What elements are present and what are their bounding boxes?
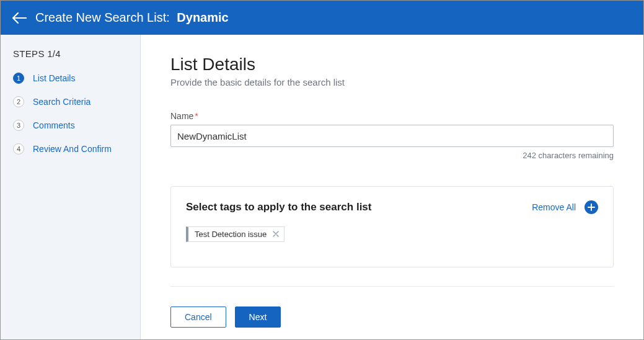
back-arrow-icon[interactable]: [12, 12, 27, 24]
step-label: Search Criteria: [33, 97, 90, 107]
footer-divider: [170, 286, 614, 287]
close-icon: [273, 231, 279, 237]
footer-actions: Cancel Next: [170, 306, 614, 328]
name-field-label: Name*: [170, 111, 614, 121]
next-button[interactable]: Next: [235, 306, 281, 328]
tags-section: Select tags to apply to the search list …: [170, 186, 614, 267]
header-title: Create New Search List: Dynamic: [35, 11, 229, 25]
tag-chip: Test Detection issue: [186, 226, 285, 242]
name-label-text: Name: [170, 111, 193, 121]
step-label: List Details: [33, 73, 75, 83]
header-title-type: Dynamic: [177, 11, 228, 24]
steps-sidebar: STEPS 1/4 1 List Details 2 Search Criter…: [1, 35, 141, 339]
step-number: 4: [13, 143, 24, 154]
main-content: List Details Provide the basic details f…: [141, 35, 643, 339]
char-remaining-text: 242 characters remaining: [170, 151, 614, 160]
remove-all-link[interactable]: Remove All: [532, 202, 576, 212]
page-header: Create New Search List: Dynamic: [1, 1, 643, 35]
tag-label: Test Detection issue: [195, 230, 267, 239]
plus-icon: [588, 204, 595, 211]
step-number: 2: [13, 96, 24, 107]
step-review-confirm[interactable]: 4 Review And Confirm: [13, 143, 128, 154]
step-search-criteria[interactable]: 2 Search Criteria: [13, 96, 128, 107]
page-title: List Details: [170, 55, 614, 74]
tag-remove-button[interactable]: [273, 230, 279, 239]
cancel-button[interactable]: Cancel: [170, 306, 226, 328]
step-list-details[interactable]: 1 List Details: [13, 73, 128, 84]
add-tag-button[interactable]: [584, 200, 598, 214]
step-comments[interactable]: 3 Comments: [13, 120, 128, 131]
step-label: Comments: [33, 120, 75, 130]
page-subtitle: Provide the basic details for the search…: [170, 77, 614, 87]
required-asterisk: *: [195, 111, 198, 121]
tags-title: Select tags to apply to the search list: [186, 201, 371, 213]
name-input[interactable]: [170, 125, 614, 147]
step-number: 1: [13, 73, 24, 84]
header-title-prefix: Create New Search List:: [35, 11, 170, 24]
steps-counter: STEPS 1/4: [13, 48, 128, 59]
step-label: Review And Confirm: [33, 144, 112, 154]
step-number: 3: [13, 120, 24, 131]
